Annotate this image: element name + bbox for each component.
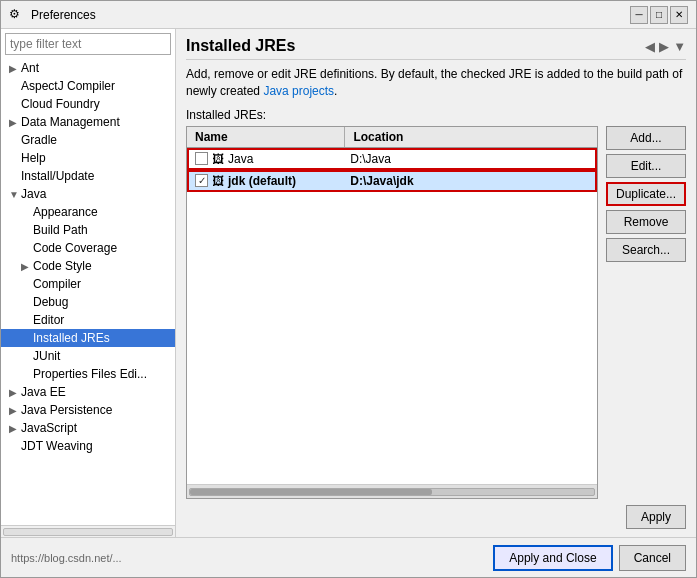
java-ee-label: Java EE [21,385,66,399]
java-arrow: ▼ [9,189,21,200]
table-body: 🖼 Java D:\Java ✓ 🖼 jdk (default) [187,148,597,484]
gradle-label: Gradle [21,133,57,147]
sidebar-scrollbar[interactable] [1,525,175,537]
code-style-arrow: ▶ [21,261,33,272]
minimize-button[interactable]: ─ [630,6,648,24]
properties-files-label: Properties Files Edi... [33,367,147,381]
panel-description: Add, remove or edit JRE definitions. By … [186,66,686,100]
java-location: D:\Java [350,152,391,166]
ant-arrow: ▶ [9,63,21,74]
java-icon: 🖼 [212,152,224,166]
jre-area: Name Location 🖼 Java D:\Java [186,126,686,499]
maximize-button[interactable]: □ [650,6,668,24]
panel-desc-text3: . [334,84,337,98]
sidebar-item-junit[interactable]: JUnit [1,347,175,365]
sidebar-item-compiler[interactable]: Compiler [1,275,175,293]
sidebar-item-appearance[interactable]: Appearance [1,203,175,221]
code-style-label: Code Style [33,259,92,273]
sidebar: ▶AntAspectJ CompilerCloud Foundry▶Data M… [1,29,176,537]
sidebar-item-javascript[interactable]: ▶JavaScript [1,419,175,437]
sidebar-item-debug[interactable]: Debug [1,293,175,311]
edit-button[interactable]: Edit... [606,154,686,178]
panel-title: Installed JREs [186,37,295,55]
compiler-label: Compiler [33,277,81,291]
window-title: Preferences [31,8,630,22]
javascript-label: JavaScript [21,421,77,435]
code-coverage-label: Code Coverage [33,241,117,255]
sidebar-item-code-style[interactable]: ▶Code Style [1,257,175,275]
table-row[interactable]: ✓ 🖼 jdk (default) D:\Java\jdk [187,170,597,192]
sidebar-item-ant[interactable]: ▶Ant [1,59,175,77]
sidebar-item-installed-jres[interactable]: Installed JREs [1,329,175,347]
sidebar-item-code-coverage[interactable]: Code Coverage [1,239,175,257]
add-button[interactable]: Add... [606,126,686,150]
jdk-name-cell: ✓ 🖼 jdk (default) [189,172,344,190]
window-icon: ⚙ [9,7,25,23]
close-button[interactable]: ✕ [670,6,688,24]
scrollbar-thumb [190,489,432,495]
java-persistence-arrow: ▶ [9,405,21,416]
table-row[interactable]: 🖼 Java D:\Java [187,148,597,170]
data-mgmt-arrow: ▶ [9,117,21,128]
sidebar-item-jdt-weaving[interactable]: JDT Weaving [1,437,175,455]
sidebar-scroll-track [3,528,173,536]
java-checkbox[interactable] [195,152,208,165]
sidebar-item-cloud-foundry[interactable]: Cloud Foundry [1,95,175,113]
data-mgmt-label: Data Management [21,115,120,129]
java-projects-link[interactable]: Java projects [263,84,334,98]
name-column-header: Name [187,127,345,147]
main-content: ▶AntAspectJ CompilerCloud Foundry▶Data M… [1,29,696,537]
sidebar-item-java-ee[interactable]: ▶Java EE [1,383,175,401]
sidebar-item-gradle[interactable]: Gradle [1,131,175,149]
sidebar-item-help[interactable]: Help [1,149,175,167]
aspectj-label: AspectJ Compiler [21,79,115,93]
duplicate-button[interactable]: Duplicate... [606,182,686,206]
installed-jres-label: Installed JREs [33,331,110,345]
remove-button[interactable]: Remove [606,210,686,234]
jdk-location-cell: D:\Java\jdk [344,172,595,190]
bottom-link-left: https://blog.csdn.net/... [11,552,122,564]
location-column-header: Location [345,127,597,147]
jdk-name: jdk (default) [228,174,296,188]
sidebar-item-properties-files[interactable]: Properties Files Edi... [1,365,175,383]
help-label: Help [21,151,46,165]
dropdown-icon[interactable]: ▼ [673,39,686,54]
bottom-bar: https://blog.csdn.net/... Apply and Clos… [1,537,696,577]
java-location-cell: D:\Java [344,150,595,168]
java-name-cell: 🖼 Java [189,150,344,168]
sidebar-item-java-persistence[interactable]: ▶Java Persistence [1,401,175,419]
filter-input[interactable] [5,33,171,55]
jdk-location: D:\Java\jdk [350,174,413,188]
sidebar-item-java[interactable]: ▼Java [1,185,175,203]
apply-row: Apply [186,499,686,529]
search-button[interactable]: Search... [606,238,686,262]
apply-close-button[interactable]: Apply and Close [493,545,612,571]
sidebar-item-aspectj[interactable]: AspectJ Compiler [1,77,175,95]
sidebar-item-build-path[interactable]: Build Path [1,221,175,239]
java-persistence-label: Java Persistence [21,403,112,417]
sidebar-item-install-update[interactable]: Install/Update [1,167,175,185]
debug-label: Debug [33,295,68,309]
jdk-checkbox[interactable]: ✓ [195,174,208,187]
title-bar: ⚙ Preferences ─ □ ✕ [1,1,696,29]
forward-icon[interactable]: ▶ [659,39,669,54]
panel-header: Installed JREs ◀ ▶ ▼ [186,37,686,60]
apply-button[interactable]: Apply [626,505,686,529]
cloud-foundry-label: Cloud Foundry [21,97,100,111]
sidebar-item-data-mgmt[interactable]: ▶Data Management [1,113,175,131]
table-scrollbar[interactable] [187,484,597,498]
jre-table: Name Location 🖼 Java D:\Java [186,126,598,499]
preferences-window: ⚙ Preferences ─ □ ✕ ▶AntAspectJ Compiler… [0,0,697,578]
junit-label: JUnit [33,349,60,363]
editor-label: Editor [33,313,64,327]
java-name: Java [228,152,253,166]
panel-nav: ◀ ▶ ▼ [645,39,686,54]
java-ee-arrow: ▶ [9,387,21,398]
cancel-button[interactable]: Cancel [619,545,686,571]
ant-label: Ant [21,61,39,75]
sidebar-tree: ▶AntAspectJ CompilerCloud Foundry▶Data M… [1,59,175,525]
sidebar-item-editor[interactable]: Editor [1,311,175,329]
jdt-weaving-label: JDT Weaving [21,439,93,453]
back-icon[interactable]: ◀ [645,39,655,54]
table-header: Name Location [187,127,597,148]
